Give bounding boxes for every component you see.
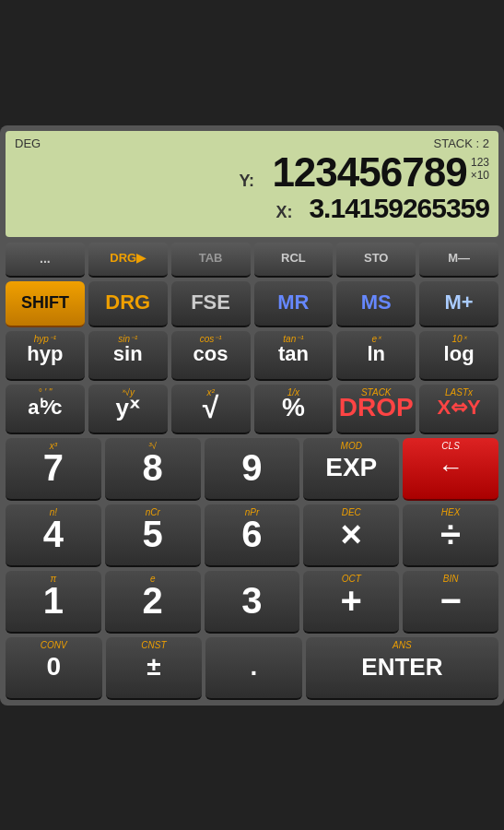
divide-label: ÷ (440, 516, 461, 552)
nine-label: 9 (241, 449, 262, 486)
mplus-label: M+ (444, 290, 473, 314)
hyp-label: hyp (27, 344, 63, 364)
plus-button[interactable]: OCT + (303, 571, 399, 634)
tan-button[interactable]: tan⁻¹ tan (254, 331, 334, 381)
eight-button[interactable]: ³√ 8 (105, 438, 201, 501)
y-exponent: 123 ×10 (471, 156, 489, 182)
y-value: 123456789 (272, 152, 466, 193)
fraction-label: aᵇ⁄c (28, 397, 62, 418)
minus-button[interactable]: BIN − (403, 571, 498, 634)
sin-label: sin (113, 344, 143, 364)
hyp-shift-label: hyp⁻¹ (6, 334, 85, 344)
two-button[interactable]: e 2 (105, 571, 201, 634)
percent-button[interactable]: 1/x % (254, 385, 334, 434)
calculator: DEG STACK : 2 Y: 123456789 123 ×10 X: 3.… (0, 125, 504, 706)
four-shift-label: n! (6, 507, 101, 517)
two-shift-label: e (105, 574, 201, 584)
cos-shift-label: cos⁻¹ (171, 334, 251, 344)
xeqy-button[interactable]: LASTx X⇔Y (419, 385, 498, 434)
mminus-label: M— (448, 252, 470, 264)
two-label: 2 (143, 582, 163, 619)
backspace-button[interactable]: CLS ← (403, 438, 498, 501)
one-button[interactable]: π 1 (6, 571, 101, 634)
enter-label: ENTER (361, 655, 442, 679)
xeqy-label: X⇔Y (437, 396, 480, 420)
drg-shift-button[interactable]: DRG▶ (88, 243, 168, 278)
log-shift-label: 10ˣ (419, 334, 498, 344)
rcl-label: RCL (281, 252, 306, 264)
seven-button[interactable]: x³ 7 (6, 438, 101, 501)
zero-label: 0 (47, 654, 62, 680)
seven-shift-label: x³ (6, 441, 101, 451)
drg-shift-label: DRG▶ (110, 252, 146, 264)
plus-label: + (341, 582, 362, 619)
mr-button[interactable]: MR (254, 281, 334, 327)
display-mode: DEG (15, 136, 41, 150)
fse-label: FSE (191, 292, 230, 313)
mminus-button[interactable]: M— (419, 243, 498, 278)
tan-shift-label: tan⁻¹ (254, 334, 334, 344)
fse-button[interactable]: FSE (171, 281, 251, 327)
plusminus-label: ± (147, 654, 160, 680)
five-button[interactable]: nCr 5 (105, 504, 201, 567)
sin-shift-label: sin⁻¹ (88, 334, 168, 344)
display-stack: STACK : 2 (434, 136, 489, 150)
divide-button[interactable]: HEX ÷ (403, 504, 498, 567)
four-button[interactable]: n! 4 (6, 504, 101, 567)
sqrt-button[interactable]: x² √ (171, 385, 251, 434)
cls-shift-label: CLS (403, 441, 498, 451)
tan-label: tan (278, 344, 309, 364)
rcl-button[interactable]: RCL (254, 243, 334, 278)
log-button[interactable]: 10ˣ log (419, 331, 498, 381)
mr-label: MR (277, 290, 309, 314)
ellipsis-button[interactable]: ... (6, 243, 85, 278)
nine-button[interactable]: 9 (205, 438, 300, 501)
y-label: Y: (239, 172, 266, 191)
x-label: X: (275, 203, 303, 222)
exp-shift-label: MOD (303, 441, 399, 451)
ms-label: MS (361, 290, 392, 314)
cos-button[interactable]: cos⁻¹ cos (171, 331, 251, 381)
sto-label: STO (364, 252, 389, 264)
plusminus-shift-label: CNST (106, 640, 203, 650)
one-label: 1 (43, 582, 64, 619)
zero-button[interactable]: CONV 0 (6, 637, 102, 700)
six-label: 6 (241, 516, 262, 552)
yx-button[interactable]: ˣ√y yˣ (88, 385, 168, 434)
multiply-label: × (341, 516, 362, 552)
five-shift-label: nCr (105, 507, 201, 517)
tab-button[interactable]: TAB (171, 243, 251, 278)
five-label: 5 (143, 516, 163, 552)
sto-button[interactable]: STO (336, 243, 416, 278)
multiply-button[interactable]: DEC × (303, 504, 399, 567)
drg-label: DRG (105, 292, 150, 313)
ms-button[interactable]: MS (336, 281, 416, 327)
exp-label: EXP (325, 455, 377, 480)
exp-button[interactable]: MOD EXP (303, 438, 399, 501)
minus-shift-label: BIN (403, 574, 498, 584)
decimal-button[interactable]: . (205, 637, 302, 700)
zero-shift-label: CONV (6, 640, 102, 650)
ln-shift-label: eˣ (336, 334, 416, 344)
ellipsis-label: ... (40, 252, 51, 265)
percent-label: % (282, 395, 305, 421)
drg-button[interactable]: DRG (88, 281, 168, 327)
drop-shift-label: STACK (336, 387, 416, 397)
sin-button[interactable]: sin⁻¹ sin (88, 331, 168, 381)
drop-button[interactable]: STACK DROP (336, 385, 416, 434)
fraction-button[interactable]: ° ' " aᵇ⁄c (6, 385, 85, 434)
enter-button[interactable]: ANS ENTER (306, 637, 498, 700)
mplus-button[interactable]: M+ (419, 281, 498, 327)
minus-label: − (440, 582, 461, 619)
hyp-button[interactable]: hyp⁻¹ hyp (6, 331, 85, 381)
six-button[interactable]: nPr 6 (205, 504, 300, 567)
decimal-label: . (251, 654, 258, 680)
ln-button[interactable]: eˣ ln (336, 331, 416, 381)
three-button[interactable]: 3 (205, 571, 300, 634)
three-label: 3 (241, 582, 262, 619)
multiply-shift-label: DEC (303, 507, 399, 517)
ln-label: ln (367, 344, 385, 364)
plusminus-button[interactable]: CNST ± (106, 637, 203, 700)
shift-button[interactable]: SHIFT (6, 281, 85, 327)
x-value: 3.14159265359 (309, 195, 489, 222)
